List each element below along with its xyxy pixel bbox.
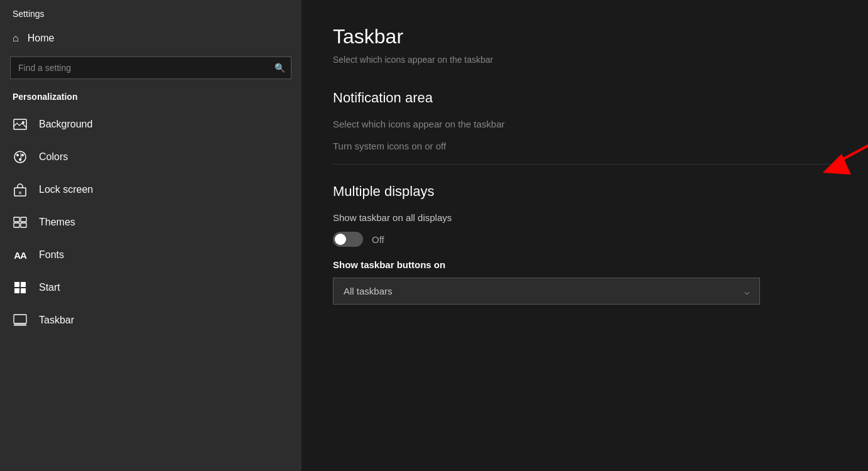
background-icon: [13, 117, 28, 132]
svg-rect-12: [21, 223, 26, 227]
svg-rect-10: [21, 217, 26, 222]
search-input[interactable]: [10, 57, 291, 79]
svg-rect-11: [14, 223, 19, 227]
fonts-icon: AA: [13, 247, 28, 263]
home-label: Home: [28, 33, 55, 44]
start-label: Start: [39, 282, 60, 293]
show-taskbar-label: Show taskbar on all displays: [333, 212, 837, 223]
svg-rect-17: [14, 315, 26, 323]
svg-rect-13: [14, 282, 19, 287]
section-divider: [333, 164, 837, 165]
sidebar-item-taskbar[interactable]: Taskbar: [0, 304, 301, 337]
help-link[interactable]: Select which icons appear on the taskbar: [333, 55, 837, 65]
search-container: 🔍: [10, 57, 291, 79]
colors-icon: [13, 149, 28, 165]
sidebar-item-home[interactable]: ⌂ Home: [0, 25, 301, 51]
sidebar-item-fonts[interactable]: AA Fonts: [0, 239, 301, 271]
svg-rect-8: [19, 192, 21, 194]
svg-point-4: [21, 154, 24, 156]
sidebar-item-start[interactable]: Start: [0, 271, 301, 304]
taskbar-label: Taskbar: [39, 315, 74, 326]
colors-label: Colors: [39, 151, 68, 163]
search-icon: 🔍: [274, 63, 285, 73]
svg-rect-15: [14, 288, 19, 293]
toggle-state-label: Off: [372, 234, 384, 245]
sidebar: Settings ⌂ Home 🔍 Personalization Backgr…: [0, 0, 301, 471]
sidebar-item-colors[interactable]: Colors: [0, 141, 301, 173]
lock-screen-icon: [13, 182, 28, 197]
page-title: Taskbar: [333, 25, 837, 48]
main-content: Taskbar Select which icons appear on the…: [301, 0, 868, 471]
sidebar-item-themes[interactable]: Themes: [0, 206, 301, 239]
svg-rect-9: [14, 217, 19, 222]
lock-screen-label: Lock screen: [39, 184, 93, 195]
select-icons-link[interactable]: Select which icons appear on the taskbar: [333, 119, 837, 129]
background-label: Background: [39, 119, 92, 130]
themes-icon: [13, 215, 28, 230]
svg-point-3: [16, 154, 19, 156]
fonts-label: Fonts: [39, 249, 64, 261]
multiple-displays-section: Multiple displays Show taskbar on all di…: [333, 183, 837, 305]
notification-area-title: Notification area: [333, 90, 837, 106]
svg-point-1: [22, 121, 24, 124]
sidebar-item-lock-screen[interactable]: Lock screen: [0, 173, 301, 206]
start-icon: [13, 280, 28, 295]
show-taskbar-toggle-row: Off: [333, 232, 837, 247]
svg-point-5: [19, 158, 21, 161]
taskbar-buttons-dropdown[interactable]: All taskbars ⌵: [333, 278, 760, 305]
dropdown-value: All taskbars: [344, 286, 393, 296]
svg-rect-18: [14, 324, 26, 326]
notification-area-section: Notification area Select which icons app…: [333, 90, 837, 151]
toggle-knob: [335, 234, 346, 245]
personalization-label: Personalization: [0, 88, 301, 108]
home-icon: ⌂: [13, 33, 19, 44]
app-title: Settings: [0, 0, 301, 25]
sidebar-item-background[interactable]: Background: [0, 108, 301, 141]
themes-label: Themes: [39, 217, 75, 228]
svg-rect-14: [21, 282, 26, 287]
system-icons-link[interactable]: Turn system icons on or off: [333, 141, 837, 151]
show-taskbar-toggle[interactable]: [333, 232, 363, 247]
taskbar-icon: [13, 313, 28, 328]
chevron-down-icon: ⌵: [744, 286, 749, 296]
svg-rect-16: [21, 288, 26, 293]
show-buttons-label: Show taskbar buttons on: [333, 259, 837, 270]
multiple-displays-title: Multiple displays: [333, 183, 837, 200]
